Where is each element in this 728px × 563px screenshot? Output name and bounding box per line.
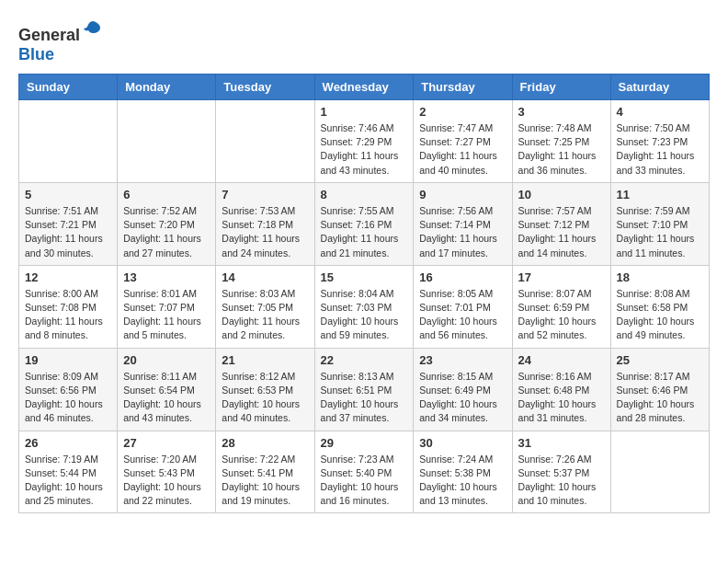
day-number: 1 <box>321 105 408 119</box>
calendar-cell: 1Sunrise: 7:46 AM Sunset: 7:29 PM Daylig… <box>314 100 414 183</box>
calendar-week-1: 1Sunrise: 7:46 AM Sunset: 7:29 PM Daylig… <box>19 100 710 183</box>
day-number: 24 <box>518 353 605 367</box>
logo-text-general: General <box>18 26 80 44</box>
day-info: Sunrise: 7:57 AM Sunset: 7:12 PM Dayligh… <box>518 204 605 260</box>
day-number: 23 <box>419 353 506 367</box>
day-number: 6 <box>123 188 210 201</box>
day-info: Sunrise: 7:50 AM Sunset: 7:23 PM Dayligh… <box>617 121 703 178</box>
column-header-saturday: Saturday <box>610 75 709 100</box>
day-number: 15 <box>321 270 408 284</box>
day-info: Sunrise: 7:51 AM Sunset: 7:21 PM Dayligh… <box>25 204 111 260</box>
calendar-cell: 19Sunrise: 8:09 AM Sunset: 6:56 PM Dayli… <box>19 348 118 431</box>
calendar-cell: 26Sunrise: 7:19 AM Sunset: 5:44 PM Dayli… <box>19 431 118 513</box>
day-number: 11 <box>617 188 703 201</box>
day-info: Sunrise: 8:09 AM Sunset: 6:56 PM Dayligh… <box>25 370 111 426</box>
column-header-thursday: Thursday <box>414 75 512 100</box>
day-info: Sunrise: 7:26 AM Sunset: 5:37 PM Dayligh… <box>518 453 605 509</box>
logo-general-text: General Blue <box>18 18 104 64</box>
day-number: 16 <box>419 270 506 284</box>
calendar-cell: 27Sunrise: 7:20 AM Sunset: 5:43 PM Dayli… <box>118 431 216 513</box>
calendar-week-2: 5Sunrise: 7:51 AM Sunset: 7:21 PM Daylig… <box>19 182 710 265</box>
day-number: 20 <box>123 353 210 367</box>
day-number: 2 <box>419 105 506 119</box>
day-number: 7 <box>222 188 308 201</box>
day-info: Sunrise: 7:48 AM Sunset: 7:25 PM Dayligh… <box>518 121 605 178</box>
day-info: Sunrise: 8:17 AM Sunset: 6:46 PM Dayligh… <box>617 370 703 426</box>
day-info: Sunrise: 8:05 AM Sunset: 7:01 PM Dayligh… <box>419 287 506 343</box>
day-info: Sunrise: 8:04 AM Sunset: 7:03 PM Dayligh… <box>321 287 408 343</box>
column-header-friday: Friday <box>512 75 610 100</box>
day-info: Sunrise: 7:24 AM Sunset: 5:38 PM Dayligh… <box>419 453 506 509</box>
calendar-cell: 18Sunrise: 8:08 AM Sunset: 6:58 PM Dayli… <box>610 265 709 348</box>
day-number: 22 <box>321 353 408 367</box>
logo: General Blue <box>18 18 104 64</box>
calendar-week-3: 12Sunrise: 8:00 AM Sunset: 7:08 PM Dayli… <box>19 265 710 348</box>
day-info: Sunrise: 8:15 AM Sunset: 6:49 PM Dayligh… <box>419 370 506 426</box>
calendar-cell <box>216 100 314 183</box>
calendar-cell: 30Sunrise: 7:24 AM Sunset: 5:38 PM Dayli… <box>414 431 512 513</box>
calendar-header-row: SundayMondayTuesdayWednesdayThursdayFrid… <box>19 75 710 100</box>
calendar-cell <box>610 431 709 513</box>
day-info: Sunrise: 7:23 AM Sunset: 5:40 PM Dayligh… <box>321 453 408 509</box>
calendar-cell: 28Sunrise: 7:22 AM Sunset: 5:41 PM Dayli… <box>216 431 314 513</box>
calendar-cell <box>118 100 216 183</box>
calendar-cell: 20Sunrise: 8:11 AM Sunset: 6:54 PM Dayli… <box>118 348 216 431</box>
calendar-cell: 24Sunrise: 8:16 AM Sunset: 6:48 PM Dayli… <box>512 348 610 431</box>
calendar-cell: 31Sunrise: 7:26 AM Sunset: 5:37 PM Dayli… <box>512 431 610 513</box>
calendar-cell: 8Sunrise: 7:55 AM Sunset: 7:16 PM Daylig… <box>314 182 414 265</box>
day-info: Sunrise: 7:53 AM Sunset: 7:18 PM Dayligh… <box>222 204 308 260</box>
day-number: 30 <box>419 436 506 450</box>
day-info: Sunrise: 8:07 AM Sunset: 6:59 PM Dayligh… <box>518 287 605 343</box>
calendar-cell: 6Sunrise: 7:52 AM Sunset: 7:20 PM Daylig… <box>118 182 216 265</box>
day-number: 21 <box>222 353 308 367</box>
calendar-cell: 2Sunrise: 7:47 AM Sunset: 7:27 PM Daylig… <box>414 100 512 183</box>
column-header-tuesday: Tuesday <box>216 75 314 100</box>
day-number: 29 <box>321 436 408 450</box>
day-number: 8 <box>321 188 408 201</box>
calendar-cell: 3Sunrise: 7:48 AM Sunset: 7:25 PM Daylig… <box>512 100 610 183</box>
day-info: Sunrise: 7:52 AM Sunset: 7:20 PM Dayligh… <box>123 204 210 260</box>
calendar-cell: 13Sunrise: 8:01 AM Sunset: 7:07 PM Dayli… <box>118 265 216 348</box>
day-number: 27 <box>123 436 210 450</box>
day-number: 14 <box>222 270 308 284</box>
day-info: Sunrise: 7:46 AM Sunset: 7:29 PM Dayligh… <box>321 121 408 178</box>
calendar-cell: 22Sunrise: 8:13 AM Sunset: 6:51 PM Dayli… <box>314 348 414 431</box>
page-header: General Blue <box>18 18 710 64</box>
day-info: Sunrise: 7:20 AM Sunset: 5:43 PM Dayligh… <box>123 453 210 509</box>
day-number: 4 <box>617 105 703 119</box>
calendar-cell: 16Sunrise: 8:05 AM Sunset: 7:01 PM Dayli… <box>414 265 512 348</box>
calendar-cell: 15Sunrise: 8:04 AM Sunset: 7:03 PM Dayli… <box>314 265 414 348</box>
calendar-cell: 21Sunrise: 8:12 AM Sunset: 6:53 PM Dayli… <box>216 348 314 431</box>
day-info: Sunrise: 7:56 AM Sunset: 7:14 PM Dayligh… <box>419 204 506 260</box>
day-info: Sunrise: 8:01 AM Sunset: 7:07 PM Dayligh… <box>123 287 210 343</box>
day-number: 17 <box>518 270 605 284</box>
day-number: 12 <box>25 270 111 284</box>
day-info: Sunrise: 8:00 AM Sunset: 7:08 PM Dayligh… <box>25 287 111 343</box>
day-number: 25 <box>617 353 703 367</box>
day-info: Sunrise: 8:16 AM Sunset: 6:48 PM Dayligh… <box>518 370 605 426</box>
day-info: Sunrise: 8:08 AM Sunset: 6:58 PM Dayligh… <box>617 287 703 343</box>
day-info: Sunrise: 8:13 AM Sunset: 6:51 PM Dayligh… <box>321 370 408 426</box>
day-number: 5 <box>25 188 111 201</box>
calendar-cell: 7Sunrise: 7:53 AM Sunset: 7:18 PM Daylig… <box>216 182 314 265</box>
day-info: Sunrise: 7:59 AM Sunset: 7:10 PM Dayligh… <box>617 204 703 260</box>
day-info: Sunrise: 8:12 AM Sunset: 6:53 PM Dayligh… <box>222 370 308 426</box>
day-info: Sunrise: 7:47 AM Sunset: 7:27 PM Dayligh… <box>419 121 506 178</box>
calendar-week-5: 26Sunrise: 7:19 AM Sunset: 5:44 PM Dayli… <box>19 431 710 513</box>
column-header-monday: Monday <box>118 75 216 100</box>
day-number: 3 <box>518 105 605 119</box>
calendar-cell: 29Sunrise: 7:23 AM Sunset: 5:40 PM Dayli… <box>314 431 414 513</box>
calendar-cell: 12Sunrise: 8:00 AM Sunset: 7:08 PM Dayli… <box>19 265 118 348</box>
calendar-cell <box>19 100 118 183</box>
calendar-cell: 23Sunrise: 8:15 AM Sunset: 6:49 PM Dayli… <box>414 348 512 431</box>
calendar-table: SundayMondayTuesdayWednesdayThursdayFrid… <box>18 74 710 513</box>
day-number: 31 <box>518 436 605 450</box>
day-info: Sunrise: 7:19 AM Sunset: 5:44 PM Dayligh… <box>25 453 111 509</box>
calendar-cell: 11Sunrise: 7:59 AM Sunset: 7:10 PM Dayli… <box>610 182 709 265</box>
day-info: Sunrise: 8:11 AM Sunset: 6:54 PM Dayligh… <box>123 370 210 426</box>
day-info: Sunrise: 7:22 AM Sunset: 5:41 PM Dayligh… <box>222 453 308 509</box>
day-number: 19 <box>25 353 111 367</box>
day-number: 28 <box>222 436 308 450</box>
calendar-cell: 17Sunrise: 8:07 AM Sunset: 6:59 PM Dayli… <box>512 265 610 348</box>
day-number: 13 <box>123 270 210 284</box>
